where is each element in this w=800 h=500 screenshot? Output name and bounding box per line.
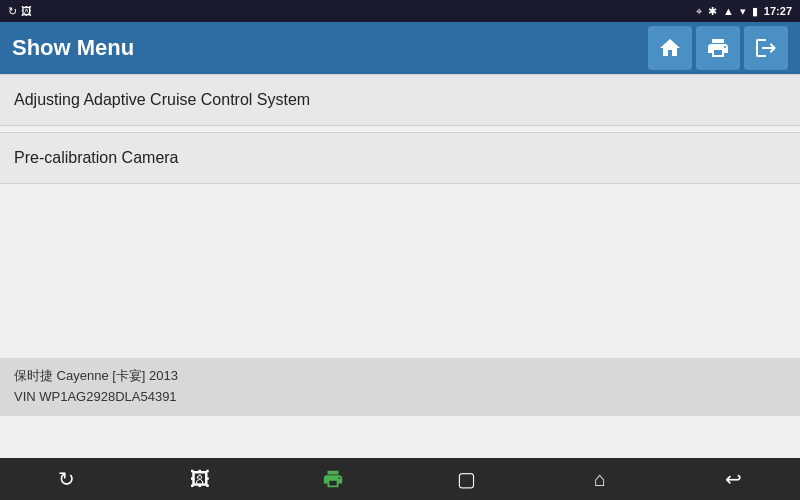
print-icon: [706, 36, 730, 60]
exit-icon: [754, 36, 778, 60]
status-bar: ↻ 🖼 ⌖ ✱ ▲ ▾ ▮ 17:27: [0, 0, 800, 22]
nav-bar: ↻ 🖼 ▢ ⌂ ↩: [0, 458, 800, 500]
menu-item-2-label: Pre-calibration Camera: [14, 149, 179, 166]
menu-item-2[interactable]: Pre-calibration Camera: [0, 132, 800, 184]
menu-item-1[interactable]: Adjusting Adaptive Cruise Control System: [0, 74, 800, 126]
nav-print-icon: [322, 468, 344, 490]
nav-back-button[interactable]: ↩: [709, 458, 757, 500]
nav-square-button[interactable]: ▢: [443, 458, 491, 500]
header-buttons: [648, 26, 788, 70]
battery-icon: ▮: [752, 5, 758, 18]
status-icons-left: ↻ 🖼: [8, 5, 32, 18]
header-title: Show Menu: [12, 35, 648, 61]
signal-icon: ▲: [723, 5, 734, 17]
footer-line2: VIN WP1AG2928DLA54391: [14, 387, 786, 408]
home-icon: [658, 36, 682, 60]
status-time: 17:27: [764, 5, 792, 17]
print-button[interactable]: [696, 26, 740, 70]
wifi-icon: ▾: [740, 5, 746, 18]
menu-item-1-label: Adjusting Adaptive Cruise Control System: [14, 91, 310, 108]
location-icon: ⌖: [696, 5, 702, 18]
home-button[interactable]: [648, 26, 692, 70]
nav-refresh-button[interactable]: ↻: [43, 458, 91, 500]
nav-image-button[interactable]: 🖼: [176, 458, 224, 500]
refresh-status-icon: ↻: [8, 5, 17, 18]
main-content: Adjusting Adaptive Cruise Control System…: [0, 74, 800, 458]
exit-button[interactable]: [744, 26, 788, 70]
nav-print-button[interactable]: [309, 458, 357, 500]
footer-line1: 保时捷 Cayenne [卡宴] 2013: [14, 366, 786, 387]
image-status-icon: 🖼: [21, 5, 32, 17]
nav-home-button[interactable]: ⌂: [576, 458, 624, 500]
bluetooth-icon: ✱: [708, 5, 717, 18]
header: Show Menu: [0, 22, 800, 74]
footer-info: 保时捷 Cayenne [卡宴] 2013 VIN WP1AG2928DLA54…: [0, 358, 800, 416]
